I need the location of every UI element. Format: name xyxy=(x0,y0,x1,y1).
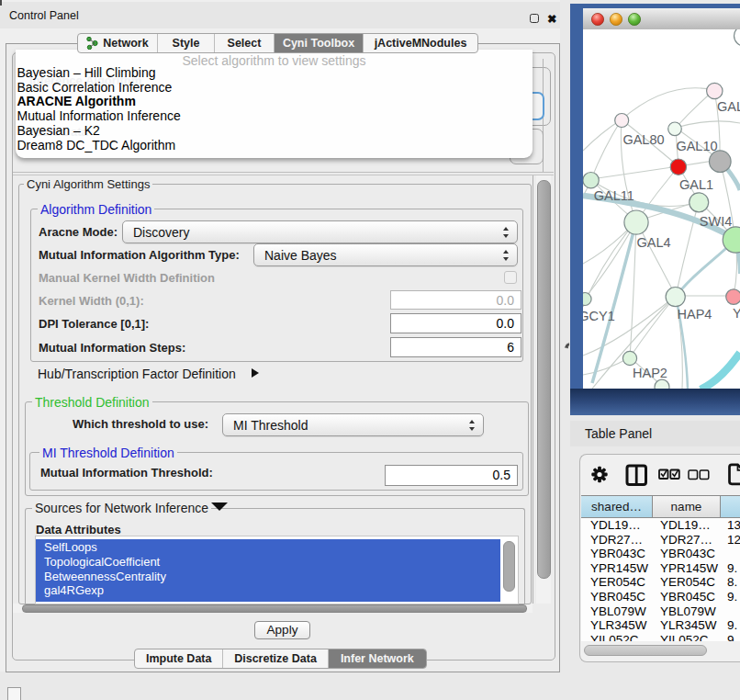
svg-text:GAL1: GAL1 xyxy=(679,177,713,192)
svg-text:GAL10: GAL10 xyxy=(676,139,717,153)
svg-text:HAP4: HAP4 xyxy=(678,307,712,322)
svg-text:GAL4: GAL4 xyxy=(636,235,670,250)
svg-text:SWI4: SWI4 xyxy=(700,214,732,229)
svg-text:Y: Y xyxy=(733,306,740,321)
svg-text:HAP2: HAP2 xyxy=(633,366,667,380)
svg-text:GAL80: GAL80 xyxy=(622,132,664,147)
svg-text:GCY1: GCY1 xyxy=(583,309,615,323)
svg-text:GAL: GAL xyxy=(717,99,740,114)
svg-text:GAL11: GAL11 xyxy=(594,188,634,203)
